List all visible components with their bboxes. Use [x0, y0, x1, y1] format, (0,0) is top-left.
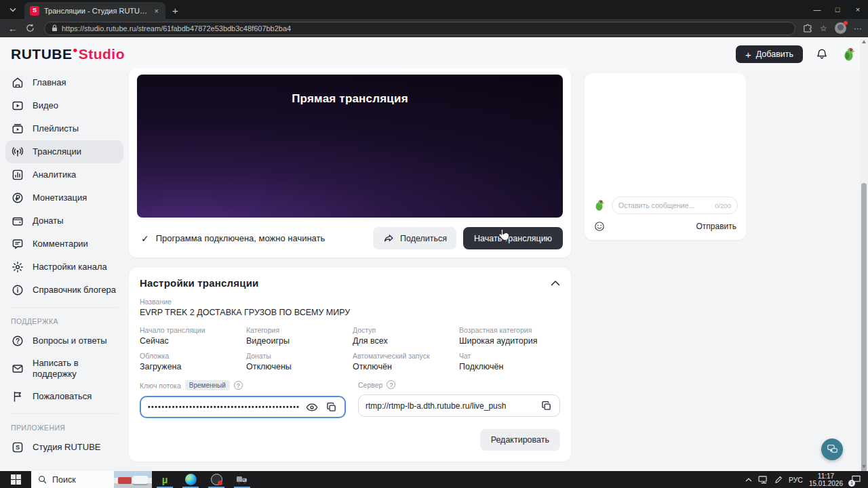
screen: S Трансляции - Студия RUTUBE × + — □ × ←… — [0, 0, 868, 488]
server-url-value: rtmp://rtmp-lb-a.dth.rutube.ru/live_push — [366, 401, 534, 411]
sidebar-item-home[interactable]: Главная — [5, 71, 123, 94]
logo-dot: • — [73, 47, 78, 54]
sidebar-item-channel-settings[interactable]: Настройки канала — [5, 256, 123, 279]
scrollbar-up-arrow[interactable] — [862, 40, 866, 43]
sidebar-item-playlists[interactable]: Плейлисты — [5, 117, 123, 140]
stream-settings-card: Настройки трансляции Название EVRP TREK … — [129, 268, 571, 462]
refresh-button[interactable] — [26, 24, 35, 33]
info-icon — [11, 283, 24, 297]
studio-header: RUTUBE•Studio + Добавить — [0, 37, 868, 71]
extensions-icon[interactable] — [803, 24, 812, 33]
send-button[interactable]: Отправить — [696, 222, 736, 231]
sidebar-item-broadcasts[interactable]: Трансляции — [5, 140, 123, 163]
plus-icon: + — [745, 49, 751, 60]
start-button[interactable] — [0, 471, 31, 488]
taskbar-search-box[interactable]: Поиск — [31, 471, 152, 488]
broadcast-icon — [11, 145, 24, 159]
sidebar-item-comments[interactable]: Комментарии — [5, 232, 123, 256]
sidebar-item-analytics[interactable]: Аналитика — [5, 163, 123, 186]
browser-tab-bar: S Трансляции - Студия RUTUBE × + — □ × — [0, 0, 868, 19]
taskbar-app-edge[interactable] — [178, 471, 203, 488]
stream-name-field: Название EVRP TREK 2 ДОСТАВКА ГРУЗОВ ПО … — [140, 298, 560, 317]
favorites-icon[interactable]: ☆ — [820, 24, 827, 33]
svg-text:S: S — [16, 444, 20, 451]
stream-status-text: Программа подключена, можно начинать — [156, 233, 326, 243]
network-icon[interactable] — [758, 476, 768, 484]
chat-message-pill[interactable]: 0/200 — [612, 197, 738, 214]
taskbar-app-recorder[interactable] — [203, 471, 229, 488]
taskbar-app-utorrent[interactable]: µ — [152, 471, 178, 488]
tray-clock[interactable]: 11:17 15.01.2026 — [809, 472, 843, 487]
question-icon — [11, 334, 24, 348]
window-close-button[interactable]: × — [848, 0, 868, 19]
home-icon — [11, 76, 24, 89]
sidebar-item-blogger-guide[interactable]: Справочник блогера — [5, 279, 123, 302]
support-chat-widget-button[interactable] — [821, 439, 843, 460]
stream-name-label: Название — [140, 298, 560, 306]
windows-logo-icon — [11, 474, 21, 485]
chat-bubbles-icon — [827, 444, 838, 455]
sidebar-item-report[interactable]: Пожаловаться — [5, 385, 123, 408]
chat-message-input[interactable] — [618, 201, 712, 209]
gear-icon — [11, 260, 24, 274]
sidebar-item-faq[interactable]: Вопросы и ответы — [5, 329, 123, 352]
truck-game-icon — [236, 475, 248, 484]
field-start-time: Начало трансляцииСейчас — [140, 326, 246, 346]
field-chat: ЧатПодключён — [459, 352, 566, 371]
chat-panel: 0/200 Отправить — [585, 73, 746, 240]
start-stream-button[interactable]: Начать трансляцию — [463, 227, 563, 249]
collapse-chevron-up-icon[interactable] — [551, 280, 560, 286]
action-center-icon[interactable]: 1 — [849, 474, 863, 486]
emoji-smiley-icon[interactable] — [594, 221, 605, 232]
add-button[interactable]: + Добавить — [736, 45, 803, 63]
url-text: https://studio.rutube.ru/stream/61fabdb4… — [62, 24, 291, 33]
browser-menu-icon[interactable]: ··· — [854, 24, 862, 33]
search-placeholder: Поиск — [52, 475, 76, 485]
tab-close-icon[interactable]: × — [153, 7, 160, 15]
taskbar-app-truck-game[interactable] — [229, 471, 255, 488]
edge-browser-icon — [185, 474, 197, 485]
video-icon — [11, 99, 24, 113]
sidebar-item-studio-app[interactable]: S Студия RUTUBE — [5, 436, 123, 459]
server-input[interactable]: rtmp://rtmp-lb-a.dth.rutube.ru/live_push — [358, 394, 560, 417]
scrollbar-down-arrow[interactable] — [862, 465, 866, 468]
search-highlight-image[interactable] — [114, 471, 152, 488]
language-indicator[interactable]: РУС — [789, 476, 803, 484]
windows-taskbar: Поиск µ РУС 11:17 15.01.2026 1 — [0, 471, 868, 488]
share-button[interactable]: Поделиться — [373, 227, 456, 249]
edit-button[interactable]: Редактировать — [480, 429, 560, 451]
page-scrollbar[interactable] — [860, 37, 868, 471]
sidebar-item-monetization[interactable]: Монетизация — [5, 186, 123, 209]
copy-key-icon[interactable] — [324, 401, 338, 414]
tab-search-button[interactable] — [4, 1, 22, 18]
rutube-favicon-icon: S — [30, 6, 39, 16]
window-maximize-button[interactable]: □ — [827, 0, 848, 19]
server-help-icon[interactable]: ? — [387, 380, 395, 389]
show-key-eye-icon[interactable] — [305, 401, 319, 414]
browser-profile-avatar[interactable] — [835, 22, 846, 34]
playlists-icon — [11, 122, 24, 136]
stream-key-badge: Временный — [185, 380, 230, 390]
url-field[interactable]: https://studio.rutube.ru/stream/61fabdb4… — [44, 22, 795, 35]
window-minimize-button[interactable]: — — [807, 0, 827, 19]
new-tab-button[interactable]: + — [172, 5, 178, 16]
stream-key-help-icon[interactable]: ? — [234, 381, 243, 390]
sidebar-item-contact-support[interactable]: Написать в поддержку — [5, 352, 123, 385]
notifications-bell-icon[interactable] — [815, 47, 829, 61]
user-avatar-parrot[interactable] — [841, 46, 857, 62]
back-button[interactable]: ← — [8, 23, 18, 34]
studio-app-icon: S — [11, 441, 24, 454]
tray-chevron-up-icon[interactable] — [745, 478, 752, 482]
browser-tab[interactable]: S Трансляции - Студия RUTUBE × — [24, 2, 165, 19]
system-tray: РУС 11:17 15.01.2026 1 — [745, 472, 868, 487]
sidebar-item-video[interactable]: Видео — [5, 94, 123, 117]
pen-input-icon[interactable] — [774, 476, 783, 484]
stream-name-value: EVRP TREK 2 ДОСТАВКА ГРУЗОВ ПО ВСЕМУ МИР… — [140, 308, 560, 317]
copy-server-icon[interactable] — [539, 399, 553, 413]
tab-title: Трансляции - Студия RUTUBE — [44, 7, 149, 15]
stream-key-input[interactable]: ••••••••••••••••••••••••••••••••••••••••… — [140, 396, 346, 418]
scrollbar-thumb[interactable] — [861, 183, 867, 488]
sidebar-item-donates[interactable]: Донаты — [5, 209, 123, 232]
stream-preview-card: Прямая трансляция ✓ Программа подключена… — [129, 68, 571, 258]
notification-count-badge: 1 — [848, 480, 855, 487]
